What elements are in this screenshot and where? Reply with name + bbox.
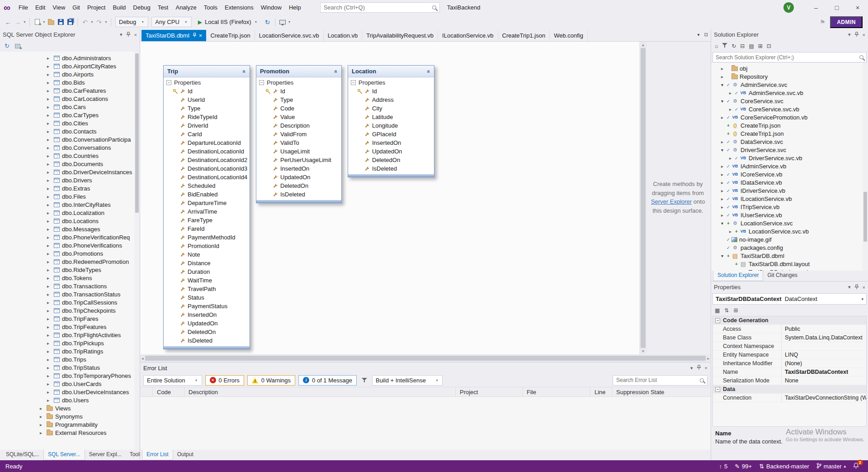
expander-icon[interactable] [721, 188, 726, 193]
entity-property-row[interactable]: ValidFrom [256, 130, 341, 138]
solution-explorer-item[interactable]: LocationService.svc [711, 219, 868, 227]
entity-property-row[interactable]: DeletedOn [164, 328, 250, 336]
global-search-box[interactable] [320, 2, 440, 13]
column-header[interactable]: Project [456, 387, 523, 396]
expander-icon[interactable] [721, 66, 726, 71]
sql-table-item[interactable]: dbo.Bids [0, 78, 140, 86]
platform-select[interactable]: Any CPU▾ [151, 17, 191, 27]
expander-icon[interactable] [721, 180, 726, 185]
expander-icon[interactable] [721, 139, 726, 144]
sql-folder-item[interactable]: Views [0, 404, 140, 412]
expander-icon[interactable] [47, 349, 52, 354]
tool-window-tab[interactable]: Server Expl... [85, 450, 126, 460]
property-grid-row[interactable]: Serialization Mode None [713, 377, 866, 385]
entity-property-row[interactable]: UpdatedOn [164, 319, 250, 328]
expander-icon[interactable] [47, 251, 52, 256]
sql-table-item[interactable]: dbo.Countries [0, 152, 140, 160]
start-debugging-button[interactable]: ▶ Local IIS (Firefox) ▾ [194, 17, 262, 28]
sql-table-item[interactable]: dbo.AirportCityRates [0, 62, 140, 70]
entity-property-row[interactable]: PaymentMethodId [164, 233, 250, 242]
entity-property-row[interactable]: Note [164, 250, 250, 259]
solution-explorer-item[interactable]: DriverService.svc.vb [711, 154, 868, 162]
solution-explorer-item[interactable]: TaxiStarDB.dbml.layout [711, 260, 868, 268]
solution-explorer-item[interactable]: CoreServicePromotion.vb [711, 113, 868, 121]
expander-icon[interactable] [40, 422, 44, 427]
expander-icon[interactable] [47, 80, 52, 85]
solution-explorer-item[interactable]: CoreService.svc.vb [711, 105, 868, 113]
menu-item[interactable]: Git [69, 1, 84, 14]
entity-property-row[interactable]: CarId [164, 130, 250, 138]
entity-header[interactable]: Trip « [164, 66, 250, 77]
solution-explorer-item[interactable]: DriverService.svc [711, 146, 868, 154]
expander-icon[interactable] [47, 390, 52, 395]
solution-explorer-item[interactable]: TaxiStarDB.designer.vb [711, 268, 868, 271]
entity-property-row[interactable]: ValidTo [256, 138, 341, 147]
expander-icon[interactable] [721, 213, 726, 218]
solution-explorer-item[interactable]: Repository [711, 72, 868, 81]
sql-table-item[interactable]: dbo.Extras [0, 184, 140, 192]
close-panel-icon[interactable]: × [705, 365, 708, 371]
sql-table-item[interactable]: dbo.TripStatus [0, 363, 140, 372]
property-grid-row[interactable]: Inheritance Modifier (None) [713, 359, 866, 368]
expander-icon[interactable] [47, 373, 52, 378]
solution-explorer-item[interactable]: no-image.gif [711, 235, 868, 243]
entity-property-row[interactable]: DeletedOn [348, 156, 434, 164]
expander-icon[interactable] [47, 202, 52, 207]
property-value[interactable]: TaxiStarDBDataContext [782, 368, 866, 376]
entity-property-row[interactable]: FareId [164, 224, 250, 233]
menu-item[interactable]: View [49, 1, 69, 14]
document-tab[interactable]: CreateTrip.json × [206, 30, 255, 41]
sql-table-item[interactable]: dbo.TripCallSessions [0, 298, 140, 306]
entity-card-location[interactable]: Location « − Properties [348, 65, 434, 177]
configuration-select[interactable]: Debug▾ [115, 17, 148, 27]
expander-icon[interactable] [47, 259, 52, 264]
solution-explorer-item[interactable]: LocationService.svc.vb [711, 227, 868, 235]
home-icon[interactable]: ⌂ [715, 43, 718, 49]
sql-table-item[interactable]: dbo.Locations [0, 217, 140, 225]
performance-monitor-icon[interactable] [278, 17, 287, 27]
filter-icon[interactable] [360, 375, 369, 385]
column-header[interactable]: Line [590, 387, 612, 396]
error-list-search-input[interactable] [616, 377, 697, 383]
property-grid-row[interactable]: Access Public [713, 325, 866, 334]
error-list-body[interactable] [140, 397, 711, 450]
expander-icon[interactable] [721, 196, 726, 201]
refresh-icon[interactable]: ↻ [263, 17, 272, 27]
sql-table-item[interactable]: dbo.TripCheckpoints [0, 306, 140, 315]
designer-vertical-scrollbar[interactable]: ▴ ▾ [639, 42, 647, 354]
scope-select[interactable]: Entire Solution▾ [143, 375, 202, 386]
alphabetical-icon[interactable]: ⇅ [724, 307, 729, 314]
expander-icon[interactable] [721, 148, 726, 153]
tool-window-tab[interactable]: Git Changes [763, 271, 802, 281]
navigate-back-icon[interactable]: ← [4, 17, 13, 27]
minimize-button[interactable]: – [806, 0, 826, 15]
entity-property-row[interactable]: Scheduled [164, 181, 250, 190]
entity-property-row[interactable]: IsDeleted [256, 190, 341, 199]
expander-icon[interactable] [721, 99, 726, 104]
sql-table-item[interactable]: dbo.CarTypes [0, 111, 140, 119]
refresh-icon[interactable]: ↻ [731, 43, 736, 49]
property-value[interactable]: System.Data.Linq.DataContext [782, 334, 866, 342]
outgoing-commits-button[interactable]: ↑ 5 [719, 463, 727, 470]
expander-icon[interactable] [47, 88, 52, 93]
sql-table-item[interactable]: dbo.UserCards [0, 380, 140, 388]
build-filter-select[interactable]: Build + IntelliSense▾ [372, 375, 443, 386]
expander-icon[interactable] [47, 357, 52, 362]
entity-property-row[interactable]: DriverId [164, 121, 250, 130]
close-panel-icon[interactable]: × [863, 285, 865, 290]
column-header[interactable]: Suppression State [612, 387, 711, 396]
sql-folder-item[interactable]: Programmability [0, 420, 140, 429]
document-tab[interactable]: Location.vb × [324, 30, 363, 41]
expander-icon[interactable] [729, 156, 734, 161]
column-header[interactable]: File [523, 387, 590, 396]
close-button[interactable]: × [847, 0, 868, 15]
expander-icon[interactable] [721, 82, 726, 87]
entity-property-row[interactable]: Distance [164, 259, 250, 267]
server-explorer-link[interactable]: Server Explorer [651, 198, 692, 205]
property-grid-row[interactable]: Base Class System.Data.Linq.DataContext [713, 334, 866, 342]
expander-icon[interactable] [47, 267, 52, 272]
expander-icon[interactable] [47, 316, 52, 321]
expander-icon[interactable] [40, 406, 44, 411]
property-value[interactable]: (None) [782, 359, 866, 367]
solution-explorer-item[interactable]: IDataService.vb [711, 178, 868, 186]
